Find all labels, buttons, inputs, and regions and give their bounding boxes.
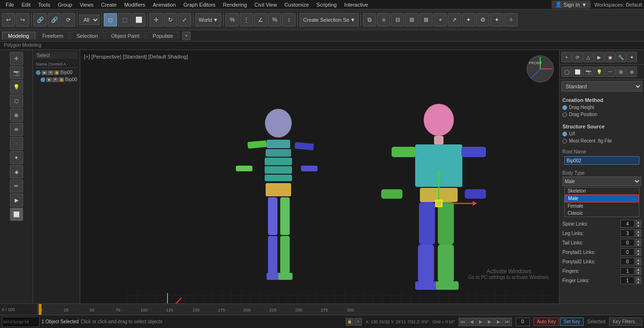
curve-button[interactable]: ⌖ <box>434 13 447 26</box>
lp-edit-icon[interactable]: ✏ <box>10 179 23 193</box>
tree-lock-icon-2[interactable]: 🔒 <box>59 77 64 82</box>
hide-button[interactable]: ⊠ <box>419 13 433 26</box>
auto-key-button[interactable]: Auto Key <box>534 318 560 326</box>
tab-object-paint[interactable]: Object Paint <box>105 32 146 40</box>
scale-button[interactable]: ⤢ <box>178 13 191 26</box>
fingers-spinner[interactable]: ▲ ▼ <box>620 267 641 275</box>
move-button[interactable]: ✛ <box>150 13 163 26</box>
tab-extra-button[interactable]: + <box>182 32 191 40</box>
rp-motion-icon[interactable]: ▶ <box>594 52 604 62</box>
next-frame-button[interactable]: ▶ <box>494 318 503 326</box>
link-button[interactable]: 🔗 <box>33 13 47 26</box>
lock-toggle[interactable]: 🔒 # <box>346 318 362 326</box>
maxscript-mini[interactable]: MAXScript Mi <box>2 317 40 327</box>
finger-links-down[interactable]: ▼ <box>636 280 641 284</box>
ui-radio[interactable]: U/I <box>562 130 641 137</box>
menu-animation[interactable]: Animation <box>149 1 180 8</box>
tree-vis-icon-1[interactable]: 👁 <box>48 70 53 75</box>
fingers-input[interactable] <box>620 267 635 275</box>
play-button[interactable]: ▶ <box>477 318 485 326</box>
leg-links-input[interactable] <box>620 229 635 237</box>
lp-viewport-icon[interactable]: ⬜ <box>10 208 23 221</box>
leg-links-down[interactable]: ▼ <box>636 233 641 237</box>
rp-wave-icon[interactable]: 〰 <box>605 67 615 77</box>
spine-links-down[interactable]: ▼ <box>636 224 641 227</box>
goto-start-button[interactable]: ⏮ <box>459 318 467 326</box>
menu-views[interactable]: Views <box>76 1 97 8</box>
select-region-button[interactable]: ⬚ <box>118 13 131 26</box>
tab-populate[interactable]: Populate <box>146 32 179 40</box>
world-dropdown[interactable]: World ▼ <box>195 13 221 26</box>
ponytail1-links-up[interactable]: ▲ <box>636 248 641 252</box>
tree-lock-icon-1[interactable]: 🔒 <box>54 70 59 75</box>
tree-expand-icon-2[interactable]: ▶ <box>46 77 52 82</box>
body-type-female[interactable]: Female <box>565 202 639 210</box>
align-button[interactable]: ≡ <box>377 13 390 26</box>
ponytail1-links-input[interactable] <box>620 248 635 256</box>
lp-geo-icon[interactable]: ⬡ <box>10 94 23 108</box>
menu-edit[interactable]: Edit <box>18 1 34 8</box>
menu-scripting[interactable]: Scripting <box>313 1 341 8</box>
menu-customize[interactable]: Customize <box>281 1 313 8</box>
body-type-skeleton[interactable]: Skeleton <box>565 187 639 194</box>
spine-links-up[interactable]: ▲ <box>636 220 641 224</box>
rp-create-icon[interactable]: + <box>561 52 572 62</box>
lp-helper-icon[interactable]: ⊕ <box>10 109 23 122</box>
tree-item-2[interactable]: ▶ 👁 🔒 Bip00 <box>35 76 78 83</box>
rp-wire-icon[interactable]: ⊞ <box>616 67 626 77</box>
menu-modifiers[interactable]: Modifiers <box>120 1 149 8</box>
body-type-dropdown[interactable]: Male <box>562 177 641 186</box>
settings-button[interactable]: ⚙ <box>476 13 489 26</box>
tail-links-input[interactable] <box>620 239 635 246</box>
drag-height-radio[interactable]: Drag Height <box>562 104 641 111</box>
frame-input[interactable] <box>516 318 530 326</box>
angle-snap-button[interactable]: ∠ <box>254 13 267 26</box>
lp-render-icon[interactable]: ▶ <box>10 193 23 207</box>
rp-utility-icon[interactable]: 🔧 <box>616 52 626 62</box>
bind-button[interactable]: ⟳ <box>62 13 75 26</box>
root-name-input[interactable] <box>564 156 639 165</box>
rotate-button[interactable]: ↻ <box>164 13 177 26</box>
standard-dropdown[interactable]: Standard <box>561 81 642 92</box>
rp-modify-icon[interactable]: ⟳ <box>572 52 583 62</box>
menu-group[interactable]: Group <box>54 1 76 8</box>
snap-button[interactable]: ⋮ <box>240 13 253 26</box>
body-type-classic[interactable]: Classic <box>565 210 639 217</box>
rp-camera2-icon[interactable]: 📷 <box>583 67 594 77</box>
fingers-up[interactable]: ▲ <box>636 267 641 271</box>
lp-material-icon[interactable]: ◈ <box>10 165 23 178</box>
create-selection-button[interactable]: Create Selection Se ▼ <box>300 13 359 26</box>
menu-interactive[interactable]: Interactive <box>341 1 372 8</box>
rp-light2-icon[interactable]: 💡 <box>594 67 604 77</box>
ponytail2-links-spinner[interactable]: ▲ ▼ <box>620 258 641 265</box>
sign-in-button[interactable]: 👤 Sign In ▼ <box>552 0 591 8</box>
leg-links-up[interactable]: ▲ <box>636 229 641 233</box>
extra2-button[interactable]: ✧ <box>504 13 518 26</box>
tree-vis-icon-2[interactable]: 👁 <box>52 77 58 82</box>
ponytail1-links-spinner[interactable]: ▲ ▼ <box>620 248 641 256</box>
menu-create[interactable]: Create <box>97 1 120 8</box>
percent-snap-button[interactable]: % <box>268 13 281 26</box>
rp-hierarchy-icon[interactable]: △ <box>583 52 594 62</box>
menu-rendering[interactable]: Rendering <box>219 1 251 8</box>
extra1-button[interactable]: ✦ <box>490 13 503 26</box>
timeline-track[interactable]: 0 25 50 75 100 125 150 175 200 225 250 2… <box>38 304 644 315</box>
fingers-down[interactable]: ▼ <box>636 271 641 275</box>
lp-select-icon[interactable]: ✛ <box>10 52 23 65</box>
rp-extra-icon[interactable]: ✦ <box>627 52 637 62</box>
body-type-male[interactable]: Male <box>565 194 639 202</box>
tail-links-up[interactable]: ▲ <box>636 239 641 243</box>
ponytail1-links-down[interactable]: ▼ <box>636 252 641 256</box>
rp-box-icon[interactable]: ⬜ <box>572 67 583 77</box>
spine-links-input[interactable] <box>620 220 635 227</box>
filter-dropdown[interactable]: All <box>79 15 100 25</box>
undo-button[interactable]: ↩ <box>2 13 15 26</box>
tail-links-spinner[interactable]: ▲ ▼ <box>620 239 641 246</box>
layer-button[interactable]: ⊞ <box>405 13 418 26</box>
prev-frame-button[interactable]: ◀ <box>468 318 476 326</box>
finger-links-input[interactable] <box>620 277 635 284</box>
select-button[interactable]: ◻ <box>104 13 117 26</box>
leg-links-spinner[interactable]: ▲ ▼ <box>620 229 641 237</box>
lp-space-icon[interactable]: ≋ <box>10 123 23 136</box>
set-key-button[interactable]: Set Key <box>560 318 583 326</box>
